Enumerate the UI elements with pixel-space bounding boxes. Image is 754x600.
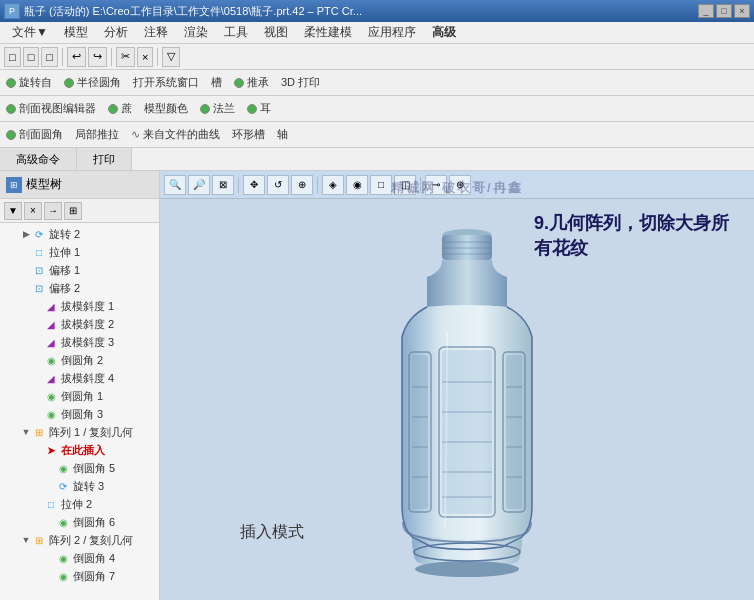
title-text: 瓶子 (活动的) E:\Creo工作目录\工作文件\0518\瓶子.prt.42… (24, 4, 362, 19)
tab-print[interactable]: 打印 (77, 148, 132, 170)
vp-btn-display1[interactable]: ◈ (322, 175, 344, 195)
tree-item-offset2[interactable]: ⊡ 偏移 2 (0, 279, 159, 297)
label-3dprint: 3D 打印 (281, 75, 320, 90)
tree-area: ▶ ⟳ 旋转 2 □ 拉伸 1 ⊡ 偏移 1 ⊡ 偏移 2 ◢ (0, 223, 159, 600)
tree-item-extrude1[interactable]: □ 拉伸 1 (0, 243, 159, 261)
toolbar-ring-groove[interactable]: 环形槽 (230, 127, 267, 142)
toolbar-revolve-self[interactable]: 旋转自 (4, 75, 54, 90)
menu-annotation[interactable]: 注释 (136, 22, 176, 43)
tree-item-insert-here[interactable]: ➤ 在此插入 (0, 441, 159, 459)
menu-apps[interactable]: 应用程序 (360, 22, 424, 43)
tree-item-extrude2[interactable]: □ 拉伸 2 (0, 495, 159, 513)
tree-item-draft1[interactable]: ◢ 拔模斜度 1 (0, 297, 159, 315)
menu-view[interactable]: 视图 (256, 22, 296, 43)
toolbar-fillet[interactable]: 半径圆角 (62, 75, 123, 90)
menu-flexible[interactable]: 柔性建模 (296, 22, 360, 43)
toolbar-slot[interactable]: 槽 (209, 75, 224, 90)
vp-btn-zoom-out[interactable]: 🔎 (188, 175, 210, 195)
vp-btn-zoom-in[interactable]: 🔍 (164, 175, 186, 195)
vp-btn-fit[interactable]: ⊠ (212, 175, 234, 195)
tree-item-array1[interactable]: ▼ ⊞ 阵列 1 / 复刻几何 (0, 423, 159, 441)
tab-advanced-commands[interactable]: 高级命令 (0, 148, 77, 170)
tree-item-revolve2[interactable]: ▶ ⟳ 旋转 2 (0, 225, 159, 243)
tree-item-round7[interactable]: ◉ 倒圆角 7 (0, 567, 159, 585)
toolbar-axis[interactable]: 轴 (275, 127, 290, 142)
toolbar-tabs: 高级命令 打印 (0, 148, 754, 170)
toolbar-btn-3[interactable]: □ (41, 47, 58, 67)
menu-model[interactable]: 模型 (56, 22, 96, 43)
toolbar-3dprint[interactable]: 3D 打印 (279, 75, 322, 90)
dot-ear (247, 104, 257, 114)
label-bearing: 推承 (247, 75, 269, 90)
toolbar-flange[interactable]: 法兰 (198, 101, 237, 116)
menu-analysis[interactable]: 分析 (96, 22, 136, 43)
panel-title: 模型树 (26, 176, 62, 193)
toolbar-row3: 剖面圆角 局部推拉 ∿ 来自文件的曲线 环形槽 轴 (0, 122, 754, 148)
label-ear: 耳 (260, 101, 271, 116)
menu-bar: 文件▼ 模型 分析 注释 渲染 工具 视图 柔性建模 应用程序 高级 (0, 22, 754, 44)
toolbar-btn-del[interactable]: × (137, 47, 153, 67)
tree-item-draft2[interactable]: ◢ 拔模斜度 2 (0, 315, 159, 333)
panel-toolbar-btn-4[interactable]: ⊞ (64, 202, 82, 220)
tree-item-round4[interactable]: ◉ 倒圆角 4 (0, 549, 159, 567)
vp-btn-pan[interactable]: ✥ (243, 175, 265, 195)
tree-item-round1[interactable]: ◉ 倒圆角 1 (0, 387, 159, 405)
tree-item-round6[interactable]: ◉ 倒圆角 6 (0, 513, 159, 531)
menu-file[interactable]: 文件▼ (4, 22, 56, 43)
toolbar-btn-undo[interactable]: ↩ (67, 47, 86, 67)
vp-btn-zoom[interactable]: ⊕ (291, 175, 313, 195)
toolbar-curve-from-file[interactable]: ∿ 来自文件的曲线 (129, 127, 222, 142)
close-button[interactable]: × (734, 4, 750, 18)
toolbar-row2: 剖面视图编辑器 蔗 模型颜色 法兰 耳 (0, 96, 754, 122)
panel-toolbar-btn-2[interactable]: × (24, 202, 42, 220)
panel-header: ⊞ 模型树 (0, 171, 159, 199)
toolbar-ear[interactable]: 耳 (245, 101, 273, 116)
vp-btn-display4[interactable]: ◫ (394, 175, 416, 195)
tree-item-array2[interactable]: ▼ ⊞ 阵列 2 / 复刻几何 (0, 531, 159, 549)
dot-secfillet (6, 130, 16, 140)
vp-btn-rotate[interactable]: ↺ (267, 175, 289, 195)
vp-btn-display3[interactable]: □ (370, 175, 392, 195)
tree-item-round2[interactable]: ◉ 倒圆角 2 (0, 351, 159, 369)
label-slot: 槽 (211, 75, 222, 90)
toolbar-btn-redo[interactable]: ↪ (88, 47, 107, 67)
menu-tools[interactable]: 工具 (216, 22, 256, 43)
minimize-button[interactable]: _ (698, 4, 714, 18)
toolbar-btn-1[interactable]: □ (4, 47, 21, 67)
title-bar-controls: _ □ × (698, 4, 750, 18)
toolbar-btn-cut[interactable]: ✂ (116, 47, 135, 67)
label-sugarcane: 蔗 (121, 101, 132, 116)
vp-sep-1 (238, 177, 239, 193)
vp-sep-2 (317, 177, 318, 193)
toolbar-section-fillet[interactable]: 剖面圆角 (4, 127, 65, 142)
toolbar-model-color[interactable]: 模型颜色 (142, 101, 190, 116)
tree-item-revolve3[interactable]: ⟳ 旋转 3 (0, 477, 159, 495)
panel-toolbar-btn-3[interactable]: → (44, 202, 62, 220)
toolbar-bearing[interactable]: 推承 (232, 75, 271, 90)
toolbar-btn-misc[interactable]: ▽ (162, 47, 180, 67)
label-curve-file: 来自文件的曲线 (143, 127, 220, 142)
tree-item-draft3[interactable]: ◢ 拔模斜度 3 (0, 333, 159, 351)
panel-toolbar-btn-1[interactable]: ▼ (4, 202, 22, 220)
dot-bearing (234, 78, 244, 88)
toolbar-open-window[interactable]: 打开系统窗口 (131, 75, 201, 90)
label-local-push: 局部推拉 (75, 127, 119, 142)
toolbar-sugarcane[interactable]: 蔗 (106, 101, 134, 116)
menu-render[interactable]: 渲染 (176, 22, 216, 43)
panel-toolbar: ▼ × → ⊞ (0, 199, 159, 223)
toolbar-section-editor[interactable]: 剖面视图编辑器 (4, 101, 98, 116)
title-bar: P 瓶子 (活动的) E:\Creo工作目录\工作文件\0518\瓶子.prt.… (0, 0, 754, 22)
tree-item-round3[interactable]: ◉ 倒圆角 3 (0, 405, 159, 423)
toolbar-btn-2[interactable]: □ (23, 47, 40, 67)
menu-advanced[interactable]: 高级 (424, 22, 464, 43)
vp-btn-misc2[interactable]: ⊛ (449, 175, 471, 195)
vp-btn-misc1[interactable]: ⊸ (425, 175, 447, 195)
dot-revolve (6, 78, 16, 88)
toolbar-sep-3 (157, 48, 158, 66)
toolbar-local-push[interactable]: 局部推拉 (73, 127, 121, 142)
tree-item-draft4[interactable]: ◢ 拔模斜度 4 (0, 369, 159, 387)
maximize-button[interactable]: □ (716, 4, 732, 18)
tree-item-round5[interactable]: ◉ 倒圆角 5 (0, 459, 159, 477)
vp-btn-display2[interactable]: ◉ (346, 175, 368, 195)
tree-item-offset1[interactable]: ⊡ 偏移 1 (0, 261, 159, 279)
